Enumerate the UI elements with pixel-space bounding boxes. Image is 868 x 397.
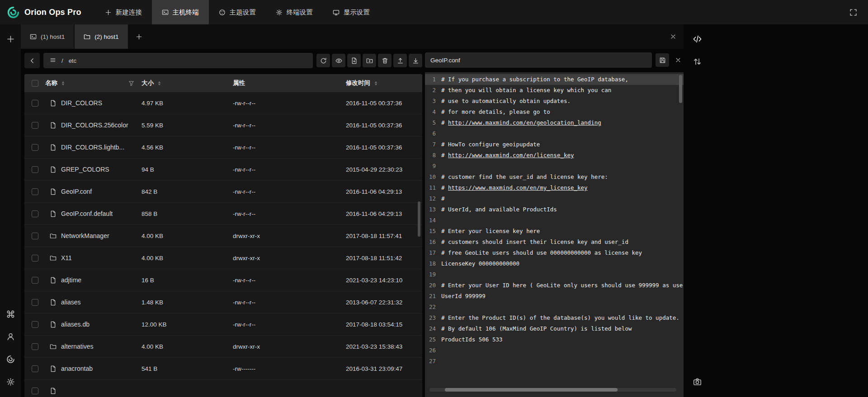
code-line[interactable]: 7# HowTo configure geoipupdate — [425, 139, 684, 150]
code-line[interactable]: 16# customers should insert their licens… — [425, 237, 684, 248]
screenshot-button[interactable] — [688, 374, 706, 390]
refresh-button[interactable] — [316, 54, 330, 67]
preview-button[interactable] — [332, 54, 345, 67]
brand[interactable]: Orion Ops Pro — [0, 0, 95, 24]
sort-name-button[interactable] — [60, 80, 66, 86]
row-checkbox[interactable] — [32, 255, 38, 262]
file-row[interactable]: DIR_COLORS.256color5.59 KB-rw-r--r--2016… — [24, 114, 422, 136]
fullscreen-button[interactable] — [846, 5, 860, 19]
code-line[interactable]: 23# Enter the Product ID(s) of the datab… — [425, 313, 684, 323]
file-row[interactable]: GeoIP.conf842 B-rw-r--r--2016-11-06 04:2… — [24, 181, 422, 203]
sort-panels-button[interactable] — [688, 53, 706, 70]
column-header-name[interactable]: 名称 — [45, 79, 57, 87]
shortcuts-button[interactable] — [1, 306, 19, 322]
code-line[interactable]: 27 — [425, 356, 684, 367]
about-button[interactable] — [1, 351, 19, 367]
code-line[interactable]: 14 — [425, 215, 684, 226]
code-line[interactable]: 12# — [425, 193, 684, 204]
row-checkbox[interactable] — [32, 388, 38, 394]
file-name[interactable]: DIR_COLORS — [61, 99, 102, 107]
code-line[interactable]: 9 — [425, 161, 684, 172]
nav-item-display-settings[interactable]: 显示设置 — [323, 0, 380, 24]
code-line[interactable]: 25ProductIds 506 533 — [425, 334, 684, 345]
row-checkbox[interactable] — [32, 299, 38, 306]
sort-size-button[interactable] — [156, 80, 162, 86]
code-link[interactable]: https://www.maxmind.com/en/my_license_ke… — [448, 184, 588, 191]
new-folder-button[interactable] — [363, 54, 376, 67]
editor-vertical-scrollbar[interactable] — [679, 75, 682, 103]
file-row[interactable]: alternatives4.00 KBdrwxr-xr-x2021-03-23 … — [24, 336, 422, 358]
code-link[interactable]: http://www.maxmind.com/en/license_key — [448, 152, 574, 159]
add-tab-button[interactable] — [129, 24, 150, 49]
scrollbar-thumb[interactable] — [445, 388, 618, 392]
code-line[interactable]: 18LicenseKey 000000000000 — [425, 258, 684, 269]
code-line[interactable]: 24# By default 106 (MaxMind GeoIP Countr… — [425, 323, 684, 334]
code-editor[interactable]: 1# If you purchase a subscription to the… — [425, 72, 684, 397]
code-line[interactable]: 20# Enter your User ID here ( GeoLite on… — [425, 280, 684, 291]
code-line[interactable]: 21UserId 999999 — [425, 291, 684, 302]
code-line[interactable]: 15# Enter your license key here — [425, 226, 684, 237]
row-checkbox[interactable] — [32, 210, 38, 217]
file-row[interactable]: NetworkManager4.00 KBdrwxr-xr-x2017-08-1… — [24, 225, 422, 247]
file-name[interactable]: aliases.db — [61, 321, 90, 328]
row-checkbox[interactable] — [32, 233, 38, 239]
file-name[interactable]: GREP_COLORS — [61, 166, 109, 173]
code-line[interactable]: 2# then you will obtain a license key wh… — [425, 85, 684, 96]
code-line[interactable]: 6 — [425, 128, 684, 139]
code-link[interactable]: http://www.maxmind.com/en/geolocation_la… — [448, 119, 601, 126]
editor-close-button[interactable] — [673, 57, 684, 63]
column-header-size[interactable]: 大小 — [142, 79, 154, 87]
file-name[interactable]: anacrontab — [61, 365, 93, 372]
file-name[interactable]: DIR_COLORS.lightb... — [61, 144, 124, 151]
code-line[interactable]: 3# use to automatically obtain updates. — [425, 96, 684, 107]
file-row[interactable]: DIR_COLORS.lightb...4.56 KB-rw-r--r--201… — [24, 136, 422, 159]
code-line[interactable]: 8# http://www.maxmind.com/en/license_key — [425, 150, 684, 161]
column-header-mtime[interactable]: 修改时间 — [346, 79, 370, 87]
code-line[interactable]: 10# customer find the user_id and licens… — [425, 172, 684, 182]
nav-item-new-connection[interactable]: 新建连接 — [95, 0, 152, 24]
upload-button[interactable] — [393, 54, 407, 67]
tabbar-close-button[interactable] — [663, 24, 684, 49]
file-row[interactable] — [24, 380, 422, 397]
download-button[interactable] — [409, 54, 422, 67]
code-line[interactable]: 17# free GeoLite users should use 000000… — [425, 248, 684, 258]
row-checkbox[interactable] — [32, 188, 38, 195]
file-name[interactable]: X11 — [61, 254, 72, 262]
add-connection-button[interactable] — [1, 31, 19, 47]
session-tab[interactable]: (2) host1 — [75, 24, 127, 49]
file-name[interactable]: DIR_COLORS.256color — [61, 121, 128, 129]
file-row[interactable]: aliases1.48 KB-rw-r--r--2013-06-07 22:31… — [24, 291, 422, 313]
file-row[interactable]: X114.00 KBdrwxr-xr-x2017-08-18 11:51:42 — [24, 247, 422, 269]
file-name[interactable]: aliases — [61, 299, 81, 306]
row-checkbox[interactable] — [32, 166, 38, 173]
select-all-checkbox[interactable] — [32, 80, 38, 87]
row-checkbox[interactable] — [32, 122, 38, 129]
file-row[interactable]: aliases.db12.00 KB-rw-r--r--2017-08-18 0… — [24, 313, 422, 336]
file-row[interactable]: DIR_COLORS4.97 KB-rw-r--r--2016-11-05 00… — [24, 92, 422, 114]
breadcrumb-root[interactable]: / — [61, 57, 63, 64]
file-name[interactable]: NetworkManager — [61, 232, 109, 239]
code-line[interactable]: 1# If you purchase a subscription to the… — [425, 74, 684, 85]
file-row[interactable]: GeoIP.conf.default858 B-rw-r--r--2016-11… — [24, 203, 422, 225]
directory-list-trigger[interactable] — [50, 57, 56, 65]
back-button[interactable] — [24, 53, 40, 68]
file-name[interactable]: GeoIP.conf.default — [61, 210, 113, 217]
editor-horizontal-scrollbar[interactable] — [429, 388, 676, 392]
new-file-button[interactable] — [347, 54, 361, 67]
row-checkbox[interactable] — [32, 343, 38, 350]
sftp-editor-button[interactable] — [688, 31, 706, 47]
file-name[interactable]: alternatives — [61, 343, 94, 350]
filter-name-button[interactable] — [128, 80, 134, 86]
breadcrumb-current[interactable]: etc — [69, 57, 76, 64]
nav-item-theme-settings[interactable]: 主题设置 — [209, 0, 266, 24]
code-line[interactable]: 26 — [425, 345, 684, 356]
file-row[interactable]: anacrontab541 B-rw-------2016-03-31 23:0… — [24, 358, 422, 380]
nav-item-terminal-settings[interactable]: 终端设置 — [266, 0, 323, 24]
settings-button[interactable] — [1, 374, 19, 390]
file-name[interactable]: adjtime — [61, 276, 81, 284]
code-line[interactable]: 4# for more details, please go to — [425, 107, 684, 117]
save-button[interactable] — [656, 53, 669, 67]
row-checkbox[interactable] — [32, 277, 38, 284]
file-table-scrollbar[interactable] — [418, 201, 420, 237]
nav-item-host-terminal[interactable]: 主机终端 — [152, 0, 209, 24]
